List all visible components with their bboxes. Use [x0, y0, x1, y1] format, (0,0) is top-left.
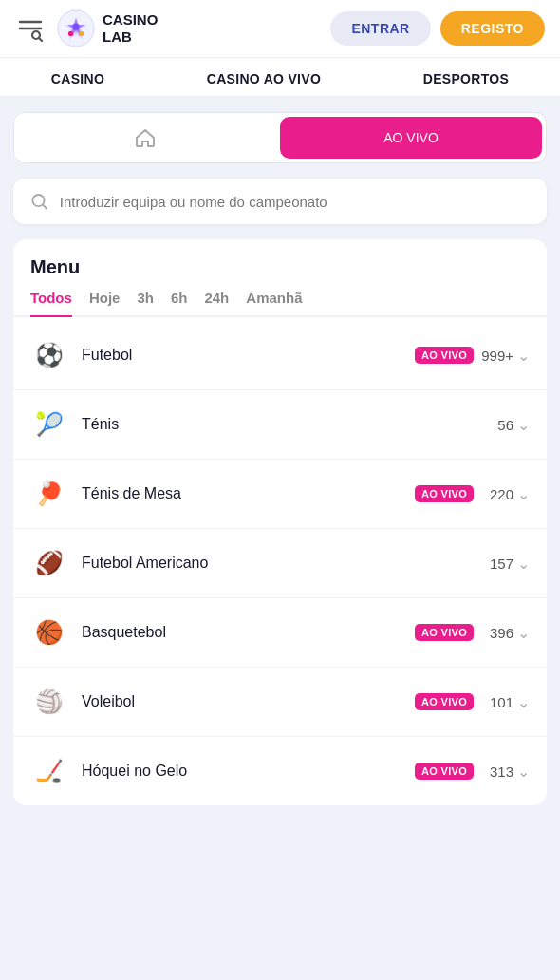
chevron-down-icon: ⌄ — [517, 347, 530, 365]
sport-right-group: 56⌄ — [479, 416, 530, 434]
sport-name: Voleibol — [82, 693, 401, 710]
sport-icon: 🏓 — [30, 475, 68, 513]
home-view-button[interactable] — [14, 113, 276, 162]
sport-name: Ténis de Mesa — [82, 485, 401, 502]
sport-count: 313 — [479, 763, 513, 780]
sport-icon: 🏒 — [30, 752, 68, 790]
svg-point-9 — [79, 31, 84, 36]
search-icon — [30, 192, 48, 211]
sport-count: 101 — [479, 694, 513, 710]
sport-count: 220 — [479, 486, 513, 502]
filter-tab-6h[interactable]: 6h — [171, 290, 188, 317]
ao-vivo-badge: AO VIVO — [415, 624, 474, 641]
sport-name: Futebol — [82, 347, 401, 364]
sport-right-group: AO VIVO999+⌄ — [415, 347, 530, 365]
filter-tab-3h[interactable]: 3h — [137, 290, 154, 317]
logo-text: CASINO LAB — [103, 11, 158, 46]
live-view-button[interactable]: AO VIVO — [280, 117, 542, 159]
nav-tab-casino-ao-vivo[interactable]: CASINO AO VIVO — [207, 71, 321, 86]
sport-right-group: AO VIVO313⌄ — [415, 763, 530, 781]
sport-right-group: 157⌄ — [479, 555, 530, 573]
menu-search-icon[interactable] — [15, 13, 46, 44]
ao-vivo-badge: AO VIVO — [415, 693, 474, 710]
logo[interactable]: CASINO LAB — [57, 9, 158, 47]
header: CASINO LAB ENTRAR REGISTO — [0, 0, 560, 58]
sport-item[interactable]: 🏓Ténis de MesaAO VIVO220⌄ — [13, 460, 547, 529]
sport-item[interactable]: 🏒Hóquei no GeloAO VIVO313⌄ — [13, 737, 547, 805]
ao-vivo-badge: AO VIVO — [415, 347, 474, 364]
menu-section: Menu Todos Hoje 3h 6h 24h Amanhã ⚽Futebo… — [13, 239, 547, 805]
sport-name: Basquetebol — [82, 624, 401, 641]
sport-right-group: AO VIVO396⌄ — [415, 624, 530, 642]
sport-list: ⚽FutebolAO VIVO999+⌄🎾Ténis56⌄🏓Ténis de M… — [13, 321, 547, 805]
chevron-down-icon: ⌄ — [517, 763, 530, 781]
filter-tab-24h[interactable]: 24h — [204, 290, 229, 317]
header-left: CASINO LAB — [15, 9, 158, 47]
svg-point-7 — [72, 24, 79, 30]
sport-icon: 🏐 — [30, 683, 68, 721]
chevron-down-icon: ⌄ — [517, 485, 530, 503]
svg-line-11 — [43, 205, 47, 209]
search-bar — [13, 179, 547, 224]
sport-count: 56 — [479, 417, 513, 433]
filter-tab-todos[interactable]: Todos — [30, 290, 72, 317]
filter-tab-amanha[interactable]: Amanhã — [246, 290, 302, 317]
chevron-down-icon: ⌄ — [517, 416, 530, 434]
nav-tab-casino[interactable]: CASINO — [51, 71, 104, 86]
menu-title: Menu — [13, 256, 547, 290]
sport-name: Futebol Americano — [82, 555, 466, 572]
chevron-down-icon: ⌄ — [517, 624, 530, 642]
view-toggle: AO VIVO — [13, 112, 547, 163]
nav-tab-desportos[interactable]: DESPORTOS — [423, 71, 509, 86]
sport-icon: 🏈 — [30, 544, 68, 582]
sport-item[interactable]: ⚽FutebolAO VIVO999+⌄ — [13, 321, 547, 390]
filter-tab-hoje[interactable]: Hoje — [89, 290, 121, 317]
svg-point-8 — [68, 31, 73, 36]
sport-count: 157 — [479, 556, 513, 572]
svg-line-3 — [39, 38, 42, 41]
sport-name: Ténis — [82, 416, 466, 433]
chevron-down-icon: ⌄ — [517, 555, 530, 573]
header-buttons: ENTRAR REGISTO — [330, 11, 545, 46]
sport-icon: ⚽ — [30, 336, 68, 374]
entrar-button[interactable]: ENTRAR — [330, 11, 430, 46]
sport-count: 396 — [479, 625, 513, 641]
sport-count: 999+ — [479, 348, 513, 364]
sport-name: Hóquei no Gelo — [82, 763, 401, 780]
sport-right-group: AO VIVO220⌄ — [415, 485, 530, 503]
registo-button[interactable]: REGISTO — [440, 11, 545, 46]
sport-icon: 🎾 — [30, 405, 68, 443]
sport-item[interactable]: 🎾Ténis56⌄ — [13, 390, 547, 460]
live-badge-label: AO VIVO — [383, 130, 439, 145]
filter-tabs: Todos Hoje 3h 6h 24h Amanhã — [13, 290, 547, 317]
sport-right-group: AO VIVO101⌄ — [415, 693, 530, 711]
nav-tabs: CASINO CASINO AO VIVO DESPORTOS — [0, 58, 560, 97]
sport-item[interactable]: 🏐VoleibolAO VIVO101⌄ — [13, 668, 547, 737]
sport-item[interactable]: 🏈Futebol Americano157⌄ — [13, 529, 547, 598]
search-input[interactable] — [60, 194, 530, 210]
sport-item[interactable]: 🏀BasquetebolAO VIVO396⌄ — [13, 598, 547, 668]
ao-vivo-badge: AO VIVO — [415, 763, 474, 780]
ao-vivo-badge: AO VIVO — [415, 485, 474, 502]
chevron-down-icon: ⌄ — [517, 693, 530, 711]
sport-icon: 🏀 — [30, 613, 68, 651]
